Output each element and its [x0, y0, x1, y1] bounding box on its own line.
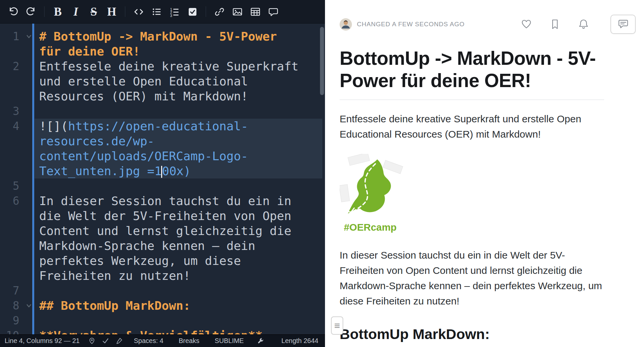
preview-paragraph-2: In dieser Session tauchst du ein in die … — [340, 248, 604, 309]
brush-icon[interactable] — [116, 337, 123, 344]
line-number: 4 — [0, 119, 19, 178]
redo-button[interactable] — [22, 0, 40, 23]
line-content[interactable]: # BottomUp -> MarkDown - 5V-Power für de… — [39, 29, 302, 59]
italic-icon: I — [73, 6, 78, 18]
toolbar-separator — [44, 6, 45, 17]
line-number: 1 — [0, 29, 19, 59]
fold-caret-icon[interactable] — [19, 298, 39, 313]
bookmark-icon[interactable] — [549, 19, 561, 30]
code-button[interactable] — [130, 0, 148, 23]
line-content[interactable] — [39, 178, 302, 193]
md-url: 00x) — [162, 164, 191, 178]
line-content[interactable] — [39, 313, 302, 328]
breaks-setting[interactable]: Breaks — [179, 337, 199, 345]
oercamp-logo: #OERcamp — [340, 154, 604, 236]
italic-button[interactable]: I — [67, 0, 85, 23]
split-drag-handle[interactable]: ≡ — [331, 316, 343, 335]
editor-line-6[interactable]: 6In dieser Session tauchst du ein in die… — [0, 193, 325, 283]
oercamp-logo-text: #OERcamp — [344, 222, 397, 233]
table-icon — [250, 7, 261, 17]
heading-button[interactable]: H — [103, 0, 121, 23]
bell-icon[interactable] — [578, 19, 589, 30]
fold-spacer — [19, 59, 39, 74]
preview-pane: ≡ CHANGED A FEW SECONDS AGO BottomUp -> … — [325, 0, 644, 347]
editor-line-10[interactable]: 10**Verwahren & Vervielfältigen** — [0, 328, 325, 334]
line-content[interactable]: In dieser Session tauchst du ein in die … — [39, 193, 302, 283]
bold-icon: B — [54, 6, 61, 18]
line-number: 7 — [0, 283, 19, 298]
link-button[interactable] — [210, 0, 228, 23]
heart-icon[interactable] — [521, 19, 532, 30]
toolbar-separator — [125, 6, 125, 17]
editor-status-bar: Line 4, Columns 92 — 21 Spaces: 4 Breaks… — [0, 334, 325, 347]
spaces-setting[interactable]: Spaces: 4 — [134, 337, 163, 345]
editor-pane: BISH123 1# BottomUp -> MarkDown - 5V-Pow… — [0, 0, 325, 347]
line-gutter: 1 — [0, 29, 39, 59]
fold-spacer — [19, 328, 39, 334]
editor-line-2[interactable]: 2Entfessele deine kreative Superkraft un… — [0, 59, 325, 104]
line-content[interactable]: **Verwahren & Vervielfältigen** — [39, 328, 302, 334]
md-url: https://open-educational-resources.de/wp… — [39, 119, 248, 178]
check-square-button[interactable] — [183, 0, 201, 23]
preview-heading-2: BottomUp MarkDown: — [340, 326, 604, 347]
line-content[interactable]: Entfessele deine kreative Superkraft und… — [39, 59, 302, 104]
line-content[interactable]: ## BottomUp MarkDown: — [39, 298, 302, 313]
comments-button[interactable] — [610, 15, 636, 34]
line-gutter: 9 — [0, 313, 39, 328]
comment-bubble-icon — [618, 18, 629, 30]
wrench-icon[interactable] — [257, 337, 264, 344]
status-icons — [88, 337, 123, 344]
editor-line-7[interactable]: 7 — [0, 283, 325, 298]
pin-icon[interactable] — [88, 337, 95, 344]
line-number: 9 — [0, 313, 19, 328]
line-content[interactable] — [39, 104, 302, 119]
editor-line-1[interactable]: 1# BottomUp -> MarkDown - 5V-Power für d… — [0, 29, 325, 59]
avatar-image — [340, 18, 352, 31]
line-number: 6 — [0, 193, 19, 283]
keymap-setting[interactable]: SUBLIME — [215, 337, 244, 345]
avatar[interactable] — [340, 18, 352, 31]
oercamp-flame-image: #OERcamp — [340, 154, 403, 235]
preview-actions — [521, 15, 636, 34]
toolbar-separator — [206, 6, 206, 17]
editor-scrollbar[interactable] — [320, 27, 324, 95]
fold-caret-icon[interactable] — [19, 29, 39, 44]
check-icon[interactable] — [102, 337, 109, 344]
md-heading: ## BottomUp MarkDown: — [39, 299, 190, 312]
editor-line-8[interactable]: 8## BottomUp MarkDown: — [0, 298, 325, 313]
image-icon — [232, 7, 243, 17]
line-content[interactable] — [39, 283, 302, 298]
editor-line-4[interactable]: 4![](https://open-educational-resources.… — [0, 119, 325, 178]
drag-lines-icon: ≡ — [334, 320, 340, 331]
fold-spacer — [19, 119, 39, 134]
table-button[interactable] — [246, 0, 264, 23]
undo-button[interactable] — [4, 0, 22, 23]
line-number: 8 — [0, 298, 19, 313]
image-button[interactable] — [228, 0, 246, 23]
line-gutter: 2 — [0, 59, 39, 104]
md-heading: # BottomUp -> MarkDown - 5V-Power für de… — [39, 30, 284, 58]
editor-line-5[interactable]: 5 — [0, 178, 325, 193]
comment-button[interactable] — [264, 0, 282, 23]
line-gutter: 6 — [0, 193, 39, 283]
md-punct: ![]( — [39, 119, 68, 133]
line-content[interactable]: ![](https://open-educational-resources.d… — [39, 119, 302, 178]
line-gutter: 5 — [0, 178, 39, 193]
cursor-position-text: Line 4, Columns 92 — 21 — [5, 337, 80, 345]
heading-icon: H — [107, 6, 116, 18]
editor-line-9[interactable]: 9 — [0, 313, 325, 328]
line-gutter: 3 — [0, 104, 39, 119]
strikethrough-icon: S — [90, 6, 97, 18]
editor-body[interactable]: 1# BottomUp -> MarkDown - 5V-Power für d… — [0, 24, 325, 334]
editor-toolbar: BISH123 — [0, 0, 325, 24]
doc-length-text: Length 2644 — [281, 337, 318, 345]
bold-button[interactable]: B — [49, 0, 67, 23]
editor-line-3[interactable]: 3 — [0, 104, 325, 119]
line-gutter: 8 — [0, 298, 39, 313]
md-bold: **Verwahren & Vervielfältigen** — [39, 329, 263, 334]
list-ol-button[interactable]: 123 — [165, 0, 183, 23]
line-number: 3 — [0, 104, 19, 119]
list-ul-button[interactable] — [148, 0, 165, 23]
fold-spacer — [19, 313, 39, 328]
strikethrough-button[interactable]: S — [85, 0, 103, 23]
